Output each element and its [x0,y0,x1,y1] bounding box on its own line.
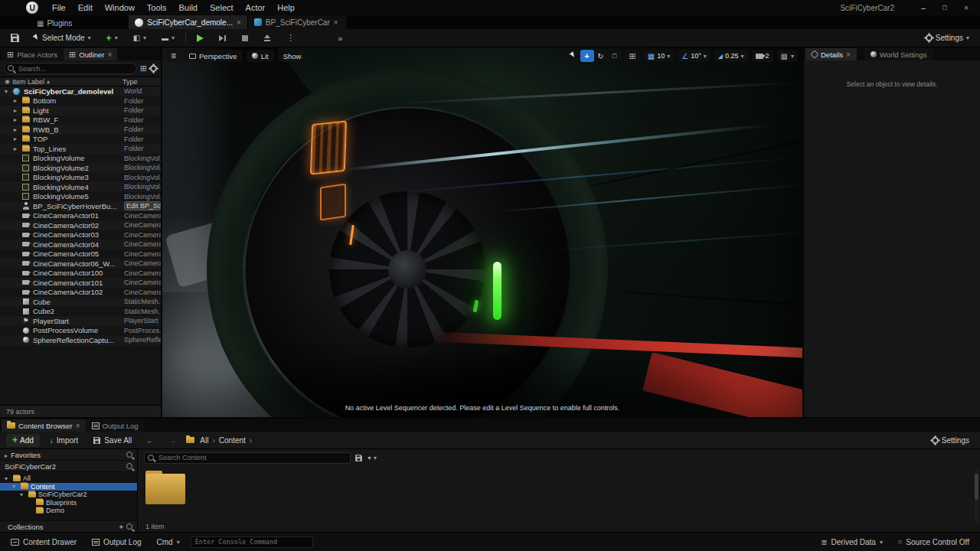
folder-tree-row[interactable]: Content [0,483,137,491]
eject-button[interactable] [259,33,276,44]
rotation-snap-control[interactable]: 10° [678,50,710,62]
outliner-row[interactable]: Light Folder [0,106,161,116]
add-actor-dropdown[interactable] [102,31,122,45]
expand-arrow-icon[interactable] [14,135,21,142]
rotate-tool-button[interactable] [594,50,608,62]
lit-dropdown[interactable]: Lit [247,50,274,62]
camera-speed-control[interactable]: 2 [752,50,773,62]
play-button[interactable] [192,33,208,44]
tab-close-icon[interactable] [76,422,80,430]
menu-item[interactable]: Window [99,0,141,15]
project-section[interactable]: SciFiCyberCar2 [0,461,137,472]
item-label-column[interactable]: Item Label [12,78,44,86]
outliner-row[interactable]: CineCameraActor05 CineCamera... [0,249,161,259]
menu-item[interactable]: Build [173,0,204,15]
favorites-section[interactable]: Favorites [0,449,137,461]
menu-item[interactable]: Tools [141,0,173,15]
folder-tree-row[interactable]: Demo [0,507,137,515]
grid-snap-control[interactable]: 10 [644,50,674,62]
tab-close-icon[interactable] [237,18,241,27]
outliner-row[interactable]: RWB_B Folder [0,125,161,135]
move-tool-button[interactable] [580,50,594,62]
outliner-row[interactable]: BlockingVolume BlockingVol... [0,154,161,164]
outliner-row[interactable]: Bottom Folder [0,96,161,106]
tab-content-browser[interactable]: Content Browser [2,419,86,432]
menu-item[interactable]: Edit [72,0,99,15]
frame-skip-button[interactable] [214,33,231,44]
expand-arrow-icon[interactable] [14,97,21,104]
outliner-row[interactable]: SphereReflectionCaptu... SphereRefle... [0,335,161,345]
outliner-search-input[interactable] [4,63,137,74]
expand-arrow-icon[interactable] [5,475,11,482]
import-button[interactable]: Import [45,435,83,446]
save-button[interactable] [6,32,24,44]
viewport-layout-button[interactable] [777,50,798,62]
content-search-input[interactable] [144,452,351,464]
maximize-button[interactable] [936,1,954,15]
tab-close-icon[interactable] [334,18,338,27]
expand-arrow-icon[interactable] [5,451,8,459]
outliner-row[interactable]: BP_SciFiCyberHoverBu... Edit BP_Sci... [0,201,161,211]
back-button[interactable] [142,435,158,446]
output-log-button[interactable]: Output Log [87,536,145,548]
folder-tree-row[interactable]: Blueprints [0,499,137,507]
visibility-column-icon[interactable] [5,78,10,85]
tab-world-settings[interactable]: World Settings [864,48,933,60]
add-collection-icon[interactable] [119,523,123,531]
folder-tile[interactable] [145,471,185,504]
outliner-settings-icon[interactable] [150,65,157,72]
cb-settings-button[interactable]: Settings [927,435,974,446]
source-control-button[interactable]: Source Control Off [893,536,974,548]
tab-close-icon[interactable] [846,51,851,59]
outliner-row[interactable]: CineCameraActor100 CineCamera... [0,269,161,279]
breadcrumb-all[interactable]: All [200,436,208,445]
outliner-row[interactable]: PlayerStart PlayerStart [0,316,161,326]
outliner-row[interactable]: RBW_F Folder [0,116,161,126]
forward-button[interactable] [164,435,181,446]
outliner-row[interactable]: SciFiCyberCar_demolevel World [0,86,161,96]
surface-snap-button[interactable] [626,50,640,62]
outliner-view-options-icon[interactable] [140,64,147,73]
expand-arrow-icon[interactable] [12,483,18,490]
blueprints-dropdown[interactable] [129,32,151,44]
scale-snap-control[interactable]: 0.25 [714,50,748,62]
stop-button[interactable] [237,34,253,43]
console-command-input[interactable] [191,536,313,548]
outliner-row[interactable]: BlockingVolume5 BlockingVol... [0,192,161,202]
outliner-row[interactable]: TOP Folder [0,135,161,145]
outliner-row[interactable]: BlockingVolume4 BlockingVol... [0,182,161,192]
outliner-row[interactable]: CineCameraActor102 CineCamera... [0,288,161,298]
search-icon[interactable] [126,523,132,530]
outliner-row[interactable]: Cube StaticMesh... [0,297,161,307]
outliner-row[interactable]: CineCameraActor02 CineCamera... [0,220,161,230]
tab-details[interactable]: Details [805,48,857,60]
menu-item[interactable]: Help [271,0,301,15]
search-icon[interactable] [126,452,132,458]
outliner-row[interactable]: CineCameraActor06_W... CineCamera... [0,259,161,269]
cinematics-dropdown[interactable] [157,33,179,44]
outliner-row[interactable]: CineCameraActor101 CineCamera... [0,278,161,288]
viewport-canvas[interactable] [162,47,802,417]
search-icon[interactable] [126,463,132,469]
outliner-row[interactable]: BlockingVolume2 BlockingVol... [0,163,161,173]
save-search-icon[interactable] [355,455,362,461]
folder-tree-row[interactable]: SciFiCyberCar2 [0,491,137,499]
derived-data-dropdown[interactable]: Derived Data [816,536,887,548]
type-column[interactable]: Type [122,78,156,86]
viewport-menu-button[interactable] [167,50,180,62]
scrollbar-track[interactable] [975,469,978,523]
plugins-tab[interactable]: Plugins [31,17,78,29]
select-mode-dropdown[interactable]: Select Mode [30,32,96,44]
toolbar-overflow-button[interactable] [333,32,347,44]
outliner-row[interactable]: Top_Lines Folder [0,144,161,154]
select-tool-button[interactable] [567,50,580,62]
outliner-row[interactable]: PostProcessVolume PostProces... [0,326,161,336]
menu-item[interactable]: File [46,0,72,15]
play-options-button[interactable] [282,31,299,44]
minimize-button[interactable] [914,1,933,15]
scale-tool-button[interactable] [608,50,622,62]
scrollbar-thumb[interactable] [975,474,978,500]
add-button[interactable]: Add [6,434,40,447]
expand-arrow-icon[interactable] [14,126,21,133]
outliner-row[interactable]: Cube2 StaticMesh... [0,307,161,317]
